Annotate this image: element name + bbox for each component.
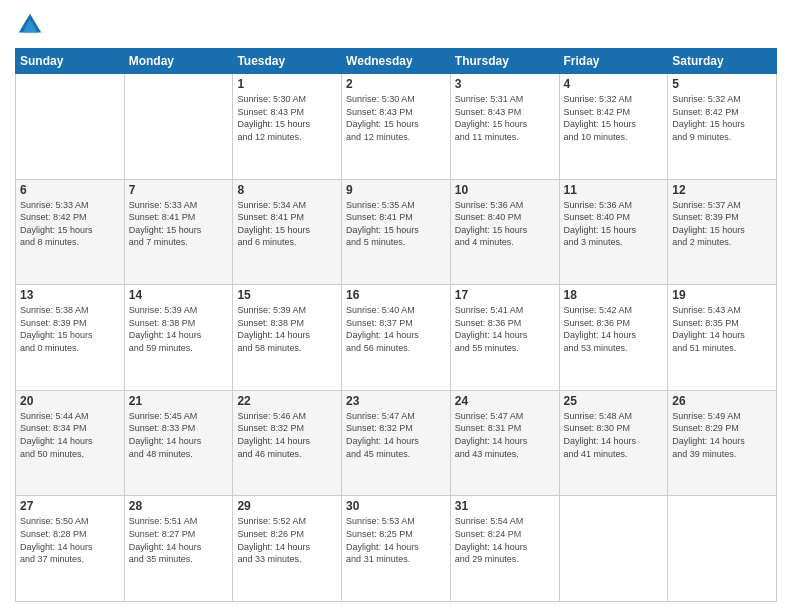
calendar-cell <box>16 74 125 180</box>
day-info: Sunrise: 5:33 AM Sunset: 8:41 PM Dayligh… <box>129 199 229 249</box>
calendar-table: SundayMondayTuesdayWednesdayThursdayFrid… <box>15 48 777 602</box>
day-number: 18 <box>564 288 664 302</box>
day-number: 8 <box>237 183 337 197</box>
day-number: 3 <box>455 77 555 91</box>
day-number: 20 <box>20 394 120 408</box>
calendar-cell <box>668 496 777 602</box>
calendar-week-5: 27Sunrise: 5:50 AM Sunset: 8:28 PM Dayli… <box>16 496 777 602</box>
day-info: Sunrise: 5:36 AM Sunset: 8:40 PM Dayligh… <box>564 199 664 249</box>
day-number: 1 <box>237 77 337 91</box>
calendar-cell: 8Sunrise: 5:34 AM Sunset: 8:41 PM Daylig… <box>233 179 342 285</box>
header <box>15 10 777 40</box>
day-info: Sunrise: 5:36 AM Sunset: 8:40 PM Dayligh… <box>455 199 555 249</box>
day-info: Sunrise: 5:33 AM Sunset: 8:42 PM Dayligh… <box>20 199 120 249</box>
calendar-cell: 3Sunrise: 5:31 AM Sunset: 8:43 PM Daylig… <box>450 74 559 180</box>
calendar-cell: 24Sunrise: 5:47 AM Sunset: 8:31 PM Dayli… <box>450 390 559 496</box>
weekday-header-thursday: Thursday <box>450 49 559 74</box>
calendar-cell <box>124 74 233 180</box>
day-info: Sunrise: 5:41 AM Sunset: 8:36 PM Dayligh… <box>455 304 555 354</box>
day-number: 22 <box>237 394 337 408</box>
calendar-cell: 4Sunrise: 5:32 AM Sunset: 8:42 PM Daylig… <box>559 74 668 180</box>
day-number: 9 <box>346 183 446 197</box>
calendar-cell: 19Sunrise: 5:43 AM Sunset: 8:35 PM Dayli… <box>668 285 777 391</box>
logo <box>15 10 49 40</box>
calendar-cell: 11Sunrise: 5:36 AM Sunset: 8:40 PM Dayli… <box>559 179 668 285</box>
calendar-cell: 16Sunrise: 5:40 AM Sunset: 8:37 PM Dayli… <box>342 285 451 391</box>
logo-icon <box>15 10 45 40</box>
calendar-cell: 7Sunrise: 5:33 AM Sunset: 8:41 PM Daylig… <box>124 179 233 285</box>
day-info: Sunrise: 5:30 AM Sunset: 8:43 PM Dayligh… <box>237 93 337 143</box>
day-info: Sunrise: 5:40 AM Sunset: 8:37 PM Dayligh… <box>346 304 446 354</box>
day-number: 11 <box>564 183 664 197</box>
calendar-cell <box>559 496 668 602</box>
day-number: 15 <box>237 288 337 302</box>
day-info: Sunrise: 5:50 AM Sunset: 8:28 PM Dayligh… <box>20 515 120 565</box>
calendar-week-4: 20Sunrise: 5:44 AM Sunset: 8:34 PM Dayli… <box>16 390 777 496</box>
day-info: Sunrise: 5:42 AM Sunset: 8:36 PM Dayligh… <box>564 304 664 354</box>
weekday-header-friday: Friday <box>559 49 668 74</box>
calendar-week-1: 1Sunrise: 5:30 AM Sunset: 8:43 PM Daylig… <box>16 74 777 180</box>
day-number: 16 <box>346 288 446 302</box>
calendar-cell: 26Sunrise: 5:49 AM Sunset: 8:29 PM Dayli… <box>668 390 777 496</box>
day-info: Sunrise: 5:39 AM Sunset: 8:38 PM Dayligh… <box>237 304 337 354</box>
calendar-cell: 18Sunrise: 5:42 AM Sunset: 8:36 PM Dayli… <box>559 285 668 391</box>
calendar-cell: 22Sunrise: 5:46 AM Sunset: 8:32 PM Dayli… <box>233 390 342 496</box>
day-info: Sunrise: 5:37 AM Sunset: 8:39 PM Dayligh… <box>672 199 772 249</box>
calendar-cell: 27Sunrise: 5:50 AM Sunset: 8:28 PM Dayli… <box>16 496 125 602</box>
calendar-cell: 9Sunrise: 5:35 AM Sunset: 8:41 PM Daylig… <box>342 179 451 285</box>
day-number: 12 <box>672 183 772 197</box>
day-number: 4 <box>564 77 664 91</box>
calendar-cell: 5Sunrise: 5:32 AM Sunset: 8:42 PM Daylig… <box>668 74 777 180</box>
day-number: 23 <box>346 394 446 408</box>
calendar-cell: 2Sunrise: 5:30 AM Sunset: 8:43 PM Daylig… <box>342 74 451 180</box>
day-info: Sunrise: 5:48 AM Sunset: 8:30 PM Dayligh… <box>564 410 664 460</box>
calendar-cell: 31Sunrise: 5:54 AM Sunset: 8:24 PM Dayli… <box>450 496 559 602</box>
weekday-header-row: SundayMondayTuesdayWednesdayThursdayFrid… <box>16 49 777 74</box>
calendar-cell: 28Sunrise: 5:51 AM Sunset: 8:27 PM Dayli… <box>124 496 233 602</box>
day-info: Sunrise: 5:54 AM Sunset: 8:24 PM Dayligh… <box>455 515 555 565</box>
page: SundayMondayTuesdayWednesdayThursdayFrid… <box>0 0 792 612</box>
calendar-cell: 12Sunrise: 5:37 AM Sunset: 8:39 PM Dayli… <box>668 179 777 285</box>
day-number: 2 <box>346 77 446 91</box>
day-number: 30 <box>346 499 446 513</box>
weekday-header-sunday: Sunday <box>16 49 125 74</box>
day-number: 14 <box>129 288 229 302</box>
day-info: Sunrise: 5:38 AM Sunset: 8:39 PM Dayligh… <box>20 304 120 354</box>
day-info: Sunrise: 5:45 AM Sunset: 8:33 PM Dayligh… <box>129 410 229 460</box>
day-number: 19 <box>672 288 772 302</box>
day-info: Sunrise: 5:32 AM Sunset: 8:42 PM Dayligh… <box>672 93 772 143</box>
day-info: Sunrise: 5:52 AM Sunset: 8:26 PM Dayligh… <box>237 515 337 565</box>
day-number: 26 <box>672 394 772 408</box>
day-info: Sunrise: 5:46 AM Sunset: 8:32 PM Dayligh… <box>237 410 337 460</box>
calendar-cell: 25Sunrise: 5:48 AM Sunset: 8:30 PM Dayli… <box>559 390 668 496</box>
day-info: Sunrise: 5:30 AM Sunset: 8:43 PM Dayligh… <box>346 93 446 143</box>
day-info: Sunrise: 5:35 AM Sunset: 8:41 PM Dayligh… <box>346 199 446 249</box>
day-number: 29 <box>237 499 337 513</box>
calendar-cell: 20Sunrise: 5:44 AM Sunset: 8:34 PM Dayli… <box>16 390 125 496</box>
day-info: Sunrise: 5:47 AM Sunset: 8:31 PM Dayligh… <box>455 410 555 460</box>
weekday-header-tuesday: Tuesday <box>233 49 342 74</box>
day-number: 5 <box>672 77 772 91</box>
calendar-week-2: 6Sunrise: 5:33 AM Sunset: 8:42 PM Daylig… <box>16 179 777 285</box>
day-info: Sunrise: 5:44 AM Sunset: 8:34 PM Dayligh… <box>20 410 120 460</box>
day-number: 21 <box>129 394 229 408</box>
day-number: 6 <box>20 183 120 197</box>
calendar-cell: 15Sunrise: 5:39 AM Sunset: 8:38 PM Dayli… <box>233 285 342 391</box>
weekday-header-wednesday: Wednesday <box>342 49 451 74</box>
calendar-cell: 14Sunrise: 5:39 AM Sunset: 8:38 PM Dayli… <box>124 285 233 391</box>
day-info: Sunrise: 5:51 AM Sunset: 8:27 PM Dayligh… <box>129 515 229 565</box>
day-info: Sunrise: 5:43 AM Sunset: 8:35 PM Dayligh… <box>672 304 772 354</box>
day-number: 24 <box>455 394 555 408</box>
weekday-header-monday: Monday <box>124 49 233 74</box>
day-number: 7 <box>129 183 229 197</box>
calendar-cell: 10Sunrise: 5:36 AM Sunset: 8:40 PM Dayli… <box>450 179 559 285</box>
calendar-cell: 13Sunrise: 5:38 AM Sunset: 8:39 PM Dayli… <box>16 285 125 391</box>
day-number: 28 <box>129 499 229 513</box>
calendar-cell: 1Sunrise: 5:30 AM Sunset: 8:43 PM Daylig… <box>233 74 342 180</box>
weekday-header-saturday: Saturday <box>668 49 777 74</box>
day-number: 31 <box>455 499 555 513</box>
day-number: 10 <box>455 183 555 197</box>
day-number: 25 <box>564 394 664 408</box>
day-info: Sunrise: 5:53 AM Sunset: 8:25 PM Dayligh… <box>346 515 446 565</box>
calendar-cell: 29Sunrise: 5:52 AM Sunset: 8:26 PM Dayli… <box>233 496 342 602</box>
